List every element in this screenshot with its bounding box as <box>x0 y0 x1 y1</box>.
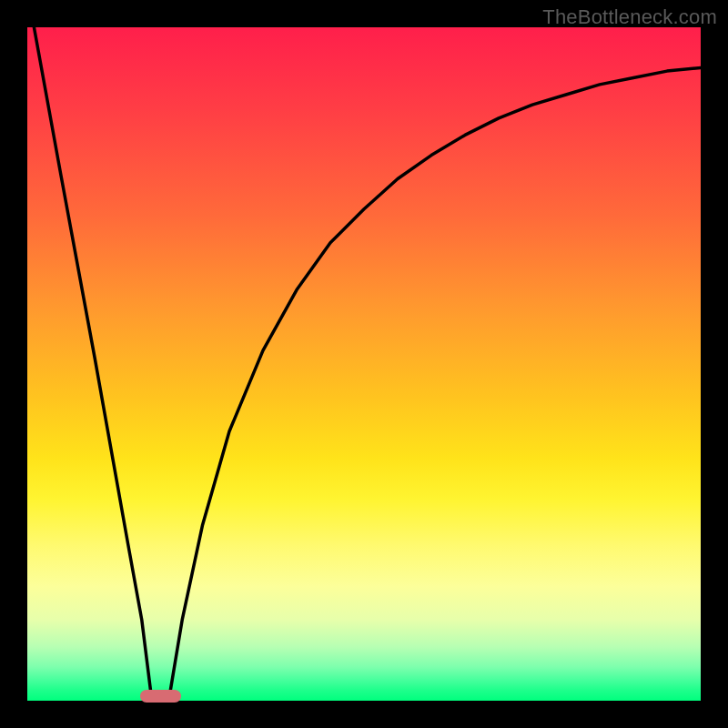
root-frame: TheBottleneck.com <box>0 0 728 728</box>
curve-svg <box>27 27 701 701</box>
min-marker <box>140 690 180 703</box>
watermark-text: TheBottleneck.com <box>542 5 717 29</box>
left-descent-path <box>34 27 152 701</box>
right-log-path <box>168 67 701 701</box>
plot-area <box>27 27 701 701</box>
